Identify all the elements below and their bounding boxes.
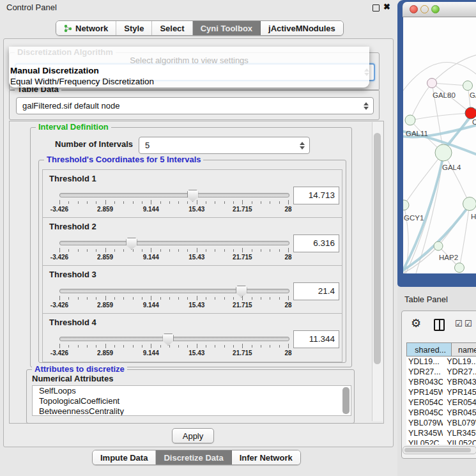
- close-icon[interactable]: ✖: [383, 2, 390, 12]
- tick-mark: [87, 249, 88, 252]
- tick-mark: [59, 248, 60, 252]
- combo-stepper-icon: [298, 142, 307, 150]
- table-row[interactable]: YBR045CYBR045C: [406, 408, 476, 418]
- scrollbar-thumb[interactable]: [374, 133, 381, 364]
- tab-style[interactable]: Style: [116, 21, 152, 35]
- tab-select[interactable]: Select: [152, 21, 192, 35]
- column-header-shared-name[interactable]: shared...: [406, 342, 452, 357]
- numerical-attributes-label: Numerical Attributes: [32, 374, 113, 383]
- network-node-label: GAL4: [442, 164, 461, 171]
- tick-mark: [114, 297, 115, 300]
- gear-icon[interactable]: ⚙: [411, 316, 421, 330]
- minimize-traffic-light-icon[interactable]: [420, 5, 429, 13]
- threshold-value-field[interactable]: 14.713: [293, 187, 339, 204]
- network-node[interactable]: [405, 115, 415, 125]
- network-window-titlebar[interactable]: [403, 2, 476, 17]
- network-edge[interactable]: [410, 83, 432, 120]
- list-item[interactable]: TopologicalCoefficient: [33, 396, 351, 406]
- table-row[interactable]: YLR345WYLR345W: [406, 428, 476, 438]
- scrollbar-thumb[interactable]: [404, 448, 471, 452]
- tick-label: 2.859: [97, 302, 113, 309]
- table-row[interactable]: YIL052CYIL052C: [406, 438, 476, 445]
- threshold-value-field[interactable]: 11.344: [293, 330, 339, 348]
- close-traffic-light-icon[interactable]: [410, 5, 418, 13]
- network-edge[interactable]: [432, 83, 468, 86]
- numerical-attributes-list[interactable]: SelfLoopsTopologicalCoefficientBetweenne…: [32, 385, 351, 416]
- table-row[interactable]: YBR043CYBR043C: [406, 377, 476, 387]
- tick-mark: [142, 201, 142, 204]
- network-node[interactable]: [403, 200, 409, 210]
- threshold-slider-track[interactable]: [59, 193, 289, 197]
- network-edge[interactable]: [410, 113, 471, 120]
- network-node[interactable]: [434, 242, 443, 250]
- tick-mark: [224, 201, 225, 204]
- tick-mark: [169, 345, 170, 348]
- network-node[interactable]: [455, 263, 464, 273]
- list-item[interactable]: SelfLoops: [33, 386, 351, 396]
- threshold-slider-track[interactable]: [59, 241, 289, 245]
- tick-mark: [252, 201, 252, 204]
- table-horizontal-scrollbar[interactable]: [403, 446, 476, 454]
- slider-tick-labels: -3.4262.8599.14415.4321.71528: [59, 349, 288, 357]
- network-edge[interactable]: [432, 54, 476, 83]
- checkbox-checked-icon[interactable]: ☑: [464, 319, 472, 328]
- settings-vertical-scrollbar[interactable]: [372, 122, 383, 421]
- network-node[interactable]: [465, 107, 476, 119]
- list-item[interactable]: BetweennessCentrality: [33, 406, 351, 416]
- dropdown-placeholder-option[interactable]: Select algorithm to view settings: [9, 56, 369, 65]
- interval-definition-group: Interval Definition Number of Intervals …: [30, 127, 352, 367]
- number-of-intervals-combobox[interactable]: 5: [139, 137, 310, 154]
- table-row[interactable]: YBL079WYBL079W: [406, 418, 476, 428]
- threshold-value-field[interactable]: 21.4: [293, 282, 339, 300]
- tick-label: 21.715: [233, 254, 252, 261]
- tick-mark: [261, 345, 261, 348]
- list-scrollbar-thumb[interactable]: [342, 387, 349, 414]
- table-row[interactable]: YER054CYER054C: [406, 397, 476, 408]
- dropdown-option-manual-discretization[interactable]: Manual Discretization: [10, 66, 99, 75]
- threshold-slider-track[interactable]: [59, 337, 289, 341]
- threshold-label: Threshold 4: [49, 318, 96, 327]
- network-node-label: H: [471, 213, 476, 220]
- tab-network[interactable]: Network: [56, 21, 116, 35]
- apply-button[interactable]: Apply: [172, 428, 214, 443]
- tick-mark: [279, 249, 280, 252]
- zoom-traffic-light-icon[interactable]: [431, 5, 440, 13]
- tab-discretize-data[interactable]: Discretize Data: [156, 450, 231, 464]
- tick-label: 21.715: [233, 206, 252, 213]
- table-row[interactable]: YDL19...YDL19...: [406, 357, 476, 367]
- column-header-name[interactable]: name: [451, 342, 476, 357]
- network-canvas[interactable]: GAL80GACGAL11GAL4GCY1HHAP2: [403, 17, 476, 273]
- checkbox-checked-icon[interactable]: ☑: [455, 319, 463, 328]
- tab-cyni-toolbox[interactable]: Cyni Toolbox: [193, 21, 261, 35]
- tick-mark: [96, 201, 96, 204]
- tick-mark: [151, 296, 151, 300]
- network-node[interactable]: [463, 197, 476, 211]
- float-window-icon[interactable]: [372, 4, 380, 12]
- tick-label: -3.426: [50, 206, 68, 213]
- column-layout-icon[interactable]: [434, 319, 445, 331]
- network-node[interactable]: [463, 81, 473, 91]
- network-node[interactable]: [435, 144, 452, 161]
- tab-impute-data[interactable]: Impute Data: [93, 450, 156, 464]
- table-row[interactable]: YPR145WYPR145W: [406, 387, 476, 397]
- control-panel-tabbar: Network Style Select Cyni Toolbox jActiv…: [56, 20, 344, 36]
- tick-mark: [160, 249, 161, 252]
- tick-mark: [133, 297, 134, 300]
- network-node[interactable]: [427, 79, 437, 88]
- table-data-combobox[interactable]: galFiltered.sif default node: [16, 97, 374, 114]
- tick-mark: [197, 200, 197, 204]
- cell-shared-name: YLR345W: [406, 428, 443, 438]
- tab-infer-network[interactable]: Infer Network: [232, 450, 300, 464]
- tick-label: 2.859: [97, 254, 113, 261]
- tick-mark: [187, 201, 188, 204]
- thresholds-group: Threshold's Coordinates for 5 Intervals …: [38, 160, 346, 363]
- tab-jactivemnodules[interactable]: jActiveMNodules: [261, 21, 343, 35]
- threshold-panel: Threshold 2-3.4262.8599.14415.4321.71528…: [42, 217, 342, 266]
- dropdown-option-equal-width[interactable]: Equal Width/Frequency Discretization: [10, 77, 154, 86]
- tick-mark: [78, 345, 79, 348]
- table-row[interactable]: YDR27...YDR27...: [406, 367, 476, 377]
- threshold-slider-track[interactable]: [59, 289, 289, 293]
- threshold-value-field[interactable]: 6.316: [293, 234, 339, 252]
- slider-ticks: [59, 200, 288, 204]
- slider-tick-labels: -3.4262.8599.14415.4321.71528: [59, 254, 288, 261]
